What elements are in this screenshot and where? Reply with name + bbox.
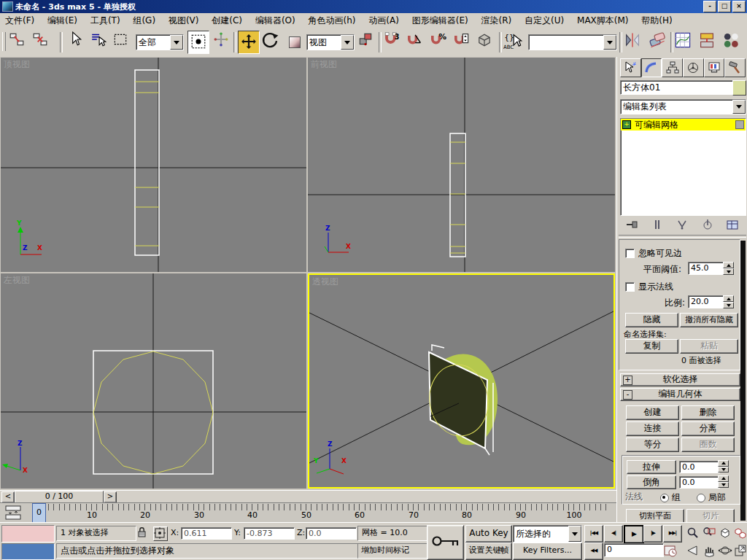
mini-listener-blue[interactable]	[1, 543, 55, 560]
bevel-button[interactable]: 倒角	[627, 475, 676, 489]
zoom-extents-all-button[interactable]	[732, 525, 747, 541]
extrude-field[interactable]: 0.0	[679, 461, 720, 473]
next-frame-button[interactable]: |▶	[643, 525, 662, 542]
scale-field[interactable]: 20.0	[688, 295, 726, 308]
planar-thresh-field[interactable]: 45.0	[688, 262, 726, 275]
dropdown-arrow-icon[interactable]	[568, 526, 581, 542]
schematic-view-button[interactable]	[698, 31, 719, 53]
zoom-all-button[interactable]	[700, 525, 717, 541]
bevel-field[interactable]: 0.0	[679, 476, 720, 489]
scale-spinner[interactable]	[723, 295, 734, 308]
tab-create[interactable]	[620, 58, 641, 77]
menu-maxscript[interactable]: MAX脚本(M)	[572, 13, 634, 28]
tab-utilities[interactable]	[724, 58, 746, 77]
make-unique-icon[interactable]	[675, 218, 689, 231]
menu-character[interactable]: 角色动画(h)	[303, 13, 361, 28]
show-end-result-icon[interactable]	[650, 218, 665, 231]
close-button[interactable]: ×	[732, 1, 746, 12]
expand-plus-icon[interactable]: +	[622, 120, 631, 129]
edit-named-selections-button[interactable]: {} ABC	[503, 31, 524, 53]
menu-grapheditors[interactable]: 图形编辑器(E)	[407, 13, 473, 28]
menu-create[interactable]: 创建(C)	[206, 13, 247, 28]
select-and-link-button[interactable]	[9, 31, 29, 53]
select-and-manipulate-button[interactable]	[213, 31, 233, 53]
viewport-persp[interactable]: 透视图 Z Y X	[308, 273, 615, 489]
play-button[interactable]: ▶	[624, 525, 644, 544]
selection-lock-icon[interactable]	[136, 526, 148, 539]
use-pivot-center-button[interactable]	[357, 31, 378, 53]
menu-help[interactable]: 帮助(H)	[636, 13, 677, 28]
normal-group-radio[interactable]	[660, 494, 669, 502]
extrude-spinner[interactable]	[718, 460, 729, 472]
track-range[interactable]: 0 / 100	[15, 491, 104, 503]
select-and-rotate-button[interactable]	[261, 31, 282, 53]
go-to-end-button[interactable]: ▶▶|	[663, 525, 682, 542]
key-mode-toggle-button[interactable]: ◀◀	[584, 542, 603, 560]
dropdown-arrow-icon[interactable]	[341, 35, 354, 50]
rectangular-selection-region-button[interactable]	[112, 31, 133, 53]
stack-row-editable-mesh[interactable]: + 可编辑网格	[621, 119, 746, 131]
configure-modifier-sets-icon[interactable]	[725, 218, 740, 231]
rollout-soft-selection[interactable]: + 软化选择	[620, 373, 740, 386]
menu-customize[interactable]: 自定义(U)	[519, 13, 569, 28]
toolbar-handle[interactable]	[2, 32, 6, 51]
ignore-visible-edges-checkbox[interactable]	[625, 249, 635, 258]
window-crossing-toggle[interactable]	[187, 31, 209, 54]
viewport-front-canvas[interactable]: Z X	[308, 58, 615, 272]
select-by-name-button[interactable]	[90, 31, 111, 53]
menu-animation[interactable]: 动画(A)	[363, 13, 404, 28]
divide-button[interactable]: 等分	[626, 438, 679, 452]
select-and-scale-button[interactable]	[285, 31, 305, 53]
field-of-view-button[interactable]	[684, 542, 701, 559]
delete-button[interactable]: 删除	[681, 405, 735, 420]
slice-plane-button[interactable]: 切割平面	[626, 509, 684, 522]
min-max-toggle-button[interactable]	[732, 542, 747, 559]
dropdown-arrow-icon[interactable]	[732, 100, 746, 114]
keyboard-shortcut-override-button[interactable]	[476, 31, 496, 53]
extrude-button[interactable]: 拉伸	[627, 460, 676, 474]
viewport-front[interactable]: 前视图 Z X	[308, 58, 615, 272]
go-to-start-button[interactable]: |◀◀	[584, 525, 603, 542]
panel-scrollbar[interactable]	[740, 241, 746, 521]
attach-button[interactable]: 连接	[626, 421, 679, 436]
set-key-mode-button[interactable]: 设置关键帧	[465, 542, 512, 560]
menu-group[interactable]: 组(G)	[128, 13, 160, 28]
mini-trackbar-icon[interactable]	[4, 505, 23, 521]
modifier-list-dropdown[interactable]: 编辑集列表	[620, 99, 746, 114]
align-button[interactable]	[649, 31, 669, 53]
bevel-spinner[interactable]	[718, 475, 729, 488]
show-normals-checkbox[interactable]	[625, 282, 635, 292]
time-tag-box[interactable]: 增加时间标记	[357, 543, 427, 559]
viewport-top[interactable]: 顶视图 Y Z X	[1, 58, 306, 272]
z-field[interactable]: 0.0	[306, 527, 357, 540]
viewport-left[interactable]: 左视图 Z X	[1, 273, 306, 489]
spinner-snap-button[interactable]	[452, 31, 473, 53]
select-and-move-button[interactable]	[238, 31, 260, 54]
mirror-button[interactable]	[624, 31, 644, 53]
previous-frame-button[interactable]: ◀|	[604, 525, 623, 542]
curve-editor-button[interactable]	[674, 31, 694, 53]
menu-edit[interactable]: 编辑(E)	[42, 13, 82, 28]
zoom-extents-button[interactable]	[716, 525, 733, 541]
pan-button[interactable]	[700, 542, 717, 559]
viewport-top-canvas[interactable]: Y Z X	[1, 58, 306, 272]
time-ruler[interactable]: 0 10 20 30 40 50 60 70 80 90 100 0	[0, 502, 616, 524]
select-object-button[interactable]	[67, 31, 88, 53]
viewport-left-label[interactable]: 左视图	[4, 274, 30, 287]
key-filters-button[interactable]: Key Filters...	[513, 542, 582, 560]
arc-rotate-button[interactable]	[716, 542, 733, 559]
copy-button[interactable]: 复制	[625, 339, 678, 354]
current-frame-field[interactable]: 0	[604, 543, 664, 557]
paste-button[interactable]: 粘贴	[680, 339, 738, 354]
rollout-plus-icon[interactable]: +	[623, 376, 632, 385]
viewport-persp-canvas[interactable]: Z Y X	[309, 275, 614, 487]
snap-toggle-3d-button[interactable]: 3	[382, 31, 403, 53]
percent-snap-button[interactable]: %	[429, 31, 449, 53]
material-editor-button[interactable]	[722, 31, 743, 53]
track-prev-button[interactable]: <	[1, 491, 15, 503]
unhide-all-button[interactable]: 撤消所有隐藏	[680, 313, 738, 327]
viewport-persp-label[interactable]: 透视图	[312, 276, 338, 288]
zoom-button[interactable]	[684, 525, 701, 541]
slice-button[interactable]: 切片	[686, 509, 735, 522]
rollout-minus-icon[interactable]: -	[623, 390, 632, 400]
